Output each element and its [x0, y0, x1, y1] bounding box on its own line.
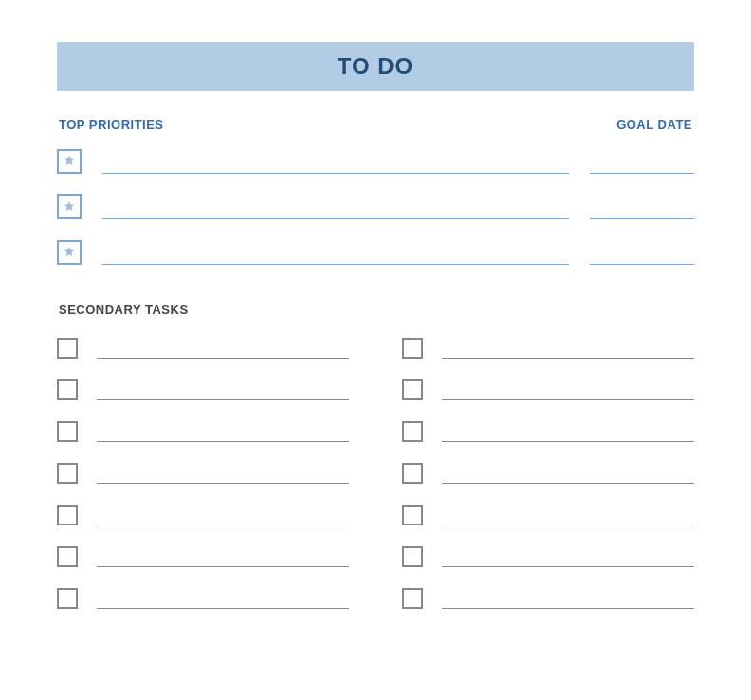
task-checkbox[interactable]: [57, 463, 78, 484]
secondary-row: [57, 421, 349, 442]
secondary-task-input[interactable]: [442, 548, 694, 567]
secondary-row: [57, 463, 349, 484]
page-title: TO DO: [57, 53, 694, 80]
secondary-row: [57, 588, 349, 609]
task-checkbox[interactable]: [57, 421, 78, 442]
secondary-task-input[interactable]: [442, 340, 694, 359]
secondary-row: [57, 546, 349, 567]
priority-row: [57, 240, 694, 265]
secondary-row: [57, 338, 349, 359]
secondary-row: [402, 421, 694, 442]
task-checkbox[interactable]: [402, 588, 423, 609]
goal-date-input[interactable]: [590, 153, 694, 174]
star-icon: [64, 198, 75, 215]
secondary-task-input[interactable]: [97, 590, 349, 609]
secondary-tasks-heading: SECONDARY TASKS: [57, 303, 694, 317]
title-bar: TO DO: [57, 42, 694, 91]
secondary-task-input[interactable]: [97, 381, 349, 400]
task-checkbox[interactable]: [402, 421, 423, 442]
goal-date-input[interactable]: [590, 244, 694, 265]
secondary-task-input[interactable]: [97, 507, 349, 525]
goal-date-heading: GOAL DATE: [616, 118, 692, 132]
star-icon: [64, 153, 75, 170]
secondary-row: [402, 588, 694, 609]
task-checkbox[interactable]: [57, 379, 78, 400]
secondary-row: [57, 505, 349, 525]
star-checkbox[interactable]: [57, 240, 82, 265]
secondary-row: [402, 338, 694, 359]
secondary-column-left: [57, 338, 349, 609]
secondary-row: [57, 379, 349, 400]
priority-row: [57, 149, 694, 174]
task-checkbox[interactable]: [57, 546, 78, 567]
secondary-task-input[interactable]: [97, 423, 349, 442]
task-checkbox[interactable]: [402, 338, 423, 359]
secondary-task-input[interactable]: [442, 590, 694, 609]
secondary-task-input[interactable]: [97, 465, 349, 484]
priority-task-input[interactable]: [102, 153, 569, 174]
task-checkbox[interactable]: [402, 546, 423, 567]
task-checkbox[interactable]: [57, 505, 78, 525]
star-checkbox[interactable]: [57, 194, 82, 219]
task-checkbox[interactable]: [402, 379, 423, 400]
secondary-task-input[interactable]: [442, 423, 694, 442]
priority-task-input[interactable]: [102, 198, 569, 219]
secondary-row: [402, 546, 694, 567]
secondary-column-right: [402, 338, 694, 609]
goal-date-input[interactable]: [590, 198, 694, 219]
star-icon: [64, 244, 75, 261]
task-checkbox[interactable]: [402, 505, 423, 525]
secondary-task-input[interactable]: [97, 340, 349, 359]
secondary-task-input[interactable]: [97, 548, 349, 567]
secondary-section: SECONDARY TASKS: [57, 303, 694, 609]
secondary-task-input[interactable]: [442, 507, 694, 525]
priority-row: [57, 194, 694, 219]
secondary-task-input[interactable]: [442, 465, 694, 484]
task-checkbox[interactable]: [57, 588, 78, 609]
priorities-header-row: TOP PRIORITIES GOAL DATE: [57, 118, 694, 132]
task-checkbox[interactable]: [402, 463, 423, 484]
secondary-row: [402, 505, 694, 525]
secondary-task-input[interactable]: [442, 381, 694, 400]
star-checkbox[interactable]: [57, 149, 82, 174]
priority-task-input[interactable]: [102, 244, 569, 265]
priorities-list: [57, 149, 694, 265]
task-checkbox[interactable]: [57, 338, 78, 359]
secondary-row: [402, 463, 694, 484]
secondary-columns: [57, 338, 694, 609]
top-priorities-heading: TOP PRIORITIES: [59, 118, 164, 132]
secondary-row: [402, 379, 694, 400]
